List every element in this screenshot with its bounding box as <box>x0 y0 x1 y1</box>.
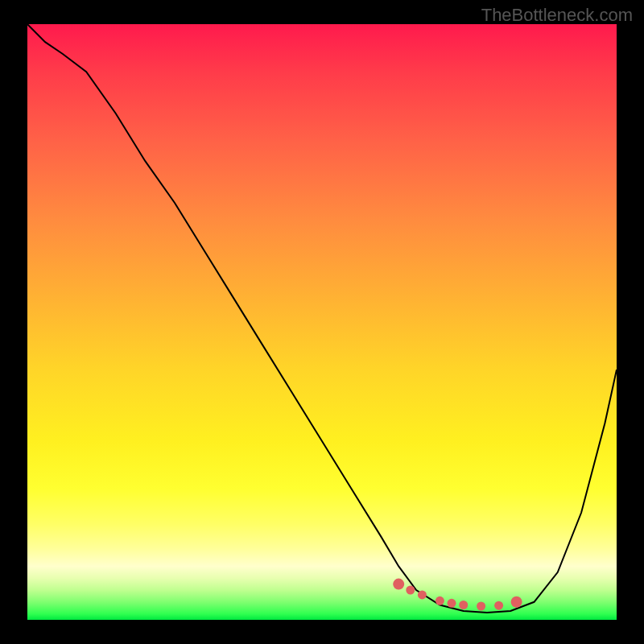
highlight-dot <box>406 586 415 595</box>
highlight-dot <box>511 597 522 608</box>
highlight-dot <box>494 601 503 610</box>
highlight-dot <box>459 601 468 609</box>
watermark-text: TheBottleneck.com <box>481 5 633 26</box>
highlight-dot <box>477 602 485 611</box>
highlight-dot <box>393 579 404 590</box>
highlight-dot <box>436 597 444 605</box>
highlight-dots <box>27 24 617 620</box>
highlight-dot <box>418 590 427 599</box>
highlight-dot <box>448 599 456 608</box>
chart-plot-area <box>27 24 617 620</box>
